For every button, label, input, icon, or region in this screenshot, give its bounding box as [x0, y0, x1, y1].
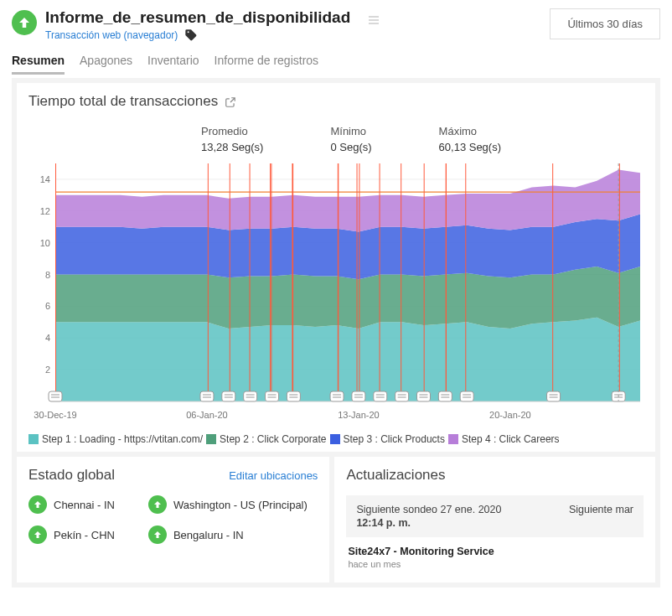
- updates-card: Actualizaciones Siguiente sondeo 27 ene.…: [334, 457, 655, 582]
- stat-avg-value: 13,28 Seg(s): [201, 141, 263, 153]
- svg-text:30-Dec-19: 30-Dec-19: [34, 410, 76, 420]
- global-status-card: Estado global Editar ubicaciones Chennai…: [17, 457, 329, 582]
- update-entry[interactable]: Site24x7 - Monitoring Servicehace un mes: [346, 546, 644, 569]
- next-right-label: Siguiente mar: [569, 504, 633, 529]
- location-name: Pekín - CHN: [54, 529, 115, 541]
- legend-swatch: [28, 434, 39, 444]
- svg-rect-57: [352, 391, 365, 401]
- svg-rect-48: [266, 391, 279, 401]
- tab-informe-de-registros[interactable]: Informe de registros: [215, 54, 319, 75]
- next-poll-box: Siguiente sondeo 27 ene. 2020 12:14 p. m…: [346, 495, 644, 537]
- stat-max-value: 60,13 Seg(s): [439, 141, 501, 153]
- svg-text:4: 4: [45, 333, 50, 343]
- status-up-icon: [28, 525, 47, 544]
- svg-rect-54: [330, 391, 344, 401]
- status-up-icon: [148, 495, 167, 514]
- svg-rect-66: [416, 391, 430, 401]
- area-chart[interactable]: 246810121430-Dec-1906-Jan-2013-Jan-2020-…: [28, 160, 644, 428]
- status-up-icon: [28, 495, 47, 514]
- next-poll-time: 12:14 p. m.: [356, 517, 501, 529]
- updates-title: Actualizaciones: [346, 467, 445, 484]
- svg-rect-39: [200, 391, 214, 401]
- edit-locations-link[interactable]: Editar ubicaciones: [229, 469, 318, 482]
- location-item[interactable]: Washington - US (Principal): [148, 495, 318, 514]
- svg-rect-36: [49, 391, 62, 401]
- svg-rect-45: [244, 391, 257, 401]
- svg-text:2: 2: [45, 365, 50, 375]
- tab-resumen[interactable]: Resumen: [12, 54, 65, 75]
- tab-bar: ResumenApagonesInventarioInforme de regi…: [12, 54, 660, 75]
- stat-avg-label: Promedio: [201, 125, 263, 137]
- location-name: Bengaluru - IN: [173, 529, 244, 541]
- svg-text:13-Jan-20: 13-Jan-20: [338, 410, 380, 420]
- status-up-icon: [12, 10, 37, 35]
- svg-text:20-Jan-20: 20-Jan-20: [489, 410, 531, 420]
- svg-text:8: 8: [45, 270, 50, 280]
- tag-icon[interactable]: [184, 28, 198, 42]
- card-title: Tiempo total de transacciones: [28, 93, 218, 110]
- legend-label: Step 4 : Click Careers: [462, 433, 560, 445]
- stat-min-value: 0 Seg(s): [330, 141, 371, 153]
- location-item[interactable]: Chennai - IN: [28, 495, 142, 514]
- svg-text:14: 14: [40, 174, 50, 184]
- popout-icon[interactable]: [225, 96, 236, 107]
- svg-text:6: 6: [45, 301, 50, 311]
- stat-max: Máximo 60,13 Seg(s): [439, 125, 501, 153]
- tab-inventario[interactable]: Inventario: [147, 54, 199, 75]
- transaction-time-card: Tiempo total de transacciones Promedio 1…: [17, 83, 655, 452]
- stat-avg: Promedio 13,28 Seg(s): [201, 125, 263, 153]
- legend-item[interactable]: Step 4 : Click Careers: [448, 433, 560, 445]
- legend-label: Step 3 : Click Products: [344, 433, 445, 445]
- stat-max-label: Máximo: [439, 125, 501, 137]
- legend-swatch: [330, 434, 340, 444]
- location-name: Chennai - IN: [54, 499, 115, 511]
- monitor-type-link[interactable]: Transacción web (navegador): [45, 29, 178, 41]
- svg-text:12: 12: [40, 206, 50, 216]
- svg-text:10: 10: [40, 238, 50, 248]
- svg-text:06-Jan-20: 06-Jan-20: [186, 410, 228, 420]
- svg-rect-63: [395, 391, 409, 401]
- svg-rect-42: [222, 391, 235, 401]
- svg-rect-75: [547, 391, 561, 401]
- legend-item[interactable]: Step 2 : Click Corporate: [206, 433, 326, 445]
- stat-min: Mínimo 0 Seg(s): [330, 125, 371, 153]
- page-title: Informe_de_resumen_de_disponibilidad: [45, 8, 350, 27]
- chart-legend: Step 1 : Loading - https://vtitan.com/St…: [28, 433, 644, 445]
- svg-rect-72: [460, 391, 473, 401]
- stat-min-label: Mínimo: [330, 125, 371, 137]
- location-item[interactable]: Bengaluru - IN: [148, 525, 318, 544]
- legend-swatch: [448, 434, 458, 444]
- legend-item[interactable]: Step 3 : Click Products: [330, 433, 445, 445]
- svg-rect-51: [287, 391, 300, 401]
- svg-rect-69: [438, 391, 452, 401]
- global-status-title: Estado global: [28, 467, 115, 484]
- location-name: Washington - US (Principal): [173, 499, 308, 511]
- next-poll-label: Siguiente sondeo: [356, 504, 437, 515]
- legend-label: Step 1 : Loading - https://vtitan.com/: [42, 433, 203, 445]
- legend-item[interactable]: Step 1 : Loading - https://vtitan.com/: [28, 433, 203, 445]
- legend-swatch: [206, 434, 216, 444]
- next-poll-date: 27 ene. 2020: [440, 504, 501, 515]
- legend-label: Step 2 : Click Corporate: [220, 433, 326, 445]
- svg-rect-60: [374, 391, 387, 401]
- tab-apagones[interactable]: Apagones: [80, 54, 132, 75]
- location-item[interactable]: Pekín - CHN: [28, 525, 142, 544]
- date-range-selector[interactable]: Últimos 30 días: [550, 8, 660, 39]
- hamburger-icon[interactable]: [367, 13, 380, 30]
- status-up-icon: [148, 525, 167, 544]
